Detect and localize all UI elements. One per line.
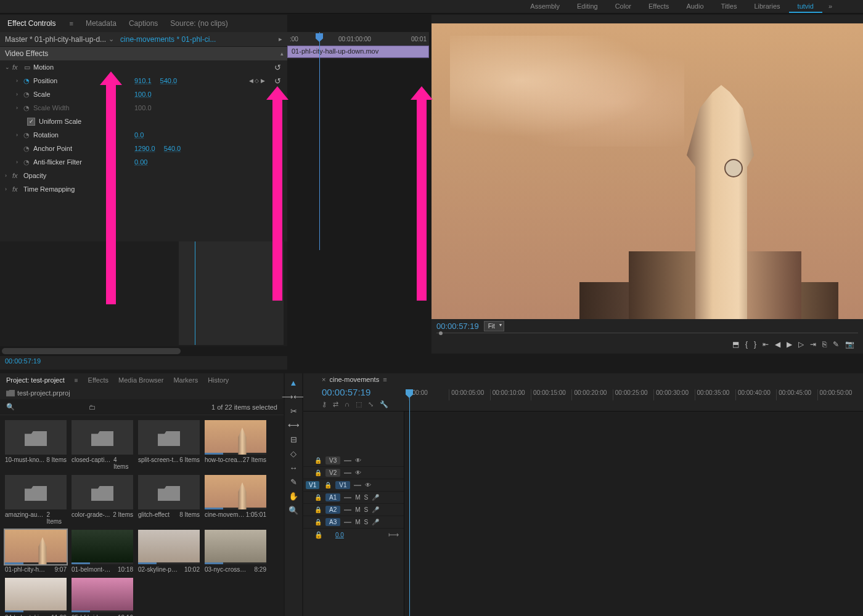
play-icon[interactable]: ▸ — [279, 35, 282, 43]
ws-libraries[interactable]: Libraries — [745, 0, 788, 13]
bin-item[interactable]: glitch-effect8 Items — [138, 475, 200, 525]
motion-box-icon[interactable]: ▭ — [22, 63, 32, 71]
scrub-bar[interactable] — [5, 562, 67, 564]
bin-thumb[interactable] — [205, 420, 266, 455]
ec-playhead[interactable] — [195, 241, 195, 345]
twisty-icon[interactable]: ⌄ — [5, 64, 12, 70]
bin-thumb[interactable] — [5, 530, 67, 564]
fx-badge-icon[interactable]: fx — [12, 185, 22, 193]
antiflicker-value[interactable]: 0.00 — [134, 158, 147, 166]
stopwatch-icon[interactable]: ◔ — [23, 77, 30, 85]
ec-scrollbar[interactable] — [0, 346, 287, 356]
track-tag[interactable]: A2 — [325, 506, 340, 514]
master-db[interactable]: 0.0 — [335, 532, 344, 538]
rect-tool[interactable]: ↔ — [290, 463, 298, 472]
lock-icon[interactable]: 🔒 — [314, 457, 322, 464]
track-tag[interactable]: A3 — [325, 518, 340, 526]
stopwatch-icon[interactable]: ◔ — [23, 131, 30, 139]
twisty-icon[interactable]: › — [5, 172, 12, 179]
scrub-bar[interactable] — [72, 610, 133, 612]
lock-icon[interactable]: 🔒 — [314, 494, 322, 501]
bin-item[interactable]: 02-skyline-phl...10:02 — [138, 530, 200, 573]
seq-menu-icon[interactable]: ≡ — [383, 376, 387, 383]
lock-icon[interactable]: 🔒 — [314, 506, 322, 513]
hand-tool[interactable]: ✋ — [288, 492, 298, 501]
master-track[interactable]: 🔒0.0⟼ — [303, 529, 404, 541]
scrub-bar[interactable] — [205, 453, 266, 455]
mic-icon[interactable]: 🎤 — [372, 506, 379, 513]
tab-history[interactable]: History — [208, 376, 229, 384]
keyframe-nav[interactable]: ◀ ◇ ▶ — [249, 78, 265, 84]
tab-metadata[interactable]: Metadata — [86, 19, 117, 28]
mute-icon[interactable]: M — [355, 494, 360, 501]
marker-button[interactable]: ⬒ — [732, 340, 739, 349]
lock-icon[interactable]: 🔒 — [314, 531, 323, 539]
pen-tool[interactable]: ◇ — [290, 449, 297, 458]
marker-icon[interactable]: ∩ — [345, 400, 350, 408]
solo-icon[interactable]: S — [364, 506, 369, 513]
toggle-icon[interactable] — [344, 497, 351, 498]
ec-master-clip[interactable]: Master * 01-phl-city-hall-up-d... — [5, 35, 106, 44]
motion-effect-row[interactable]: ⌄ fx ▭ Motion ↺ — [0, 60, 287, 74]
bin-thumb[interactable] — [72, 475, 133, 509]
solo-icon[interactable]: S — [364, 494, 369, 501]
opacity-effect-row[interactable]: › fx Opacity ↺ — [0, 169, 287, 182]
bin-item[interactable]: 03-nyc-crosswal...8:29 — [205, 530, 266, 573]
toggle-icon[interactable] — [354, 485, 361, 486]
bin-item[interactable]: amazing-audi...2 Items — [5, 475, 67, 525]
position-y[interactable]: 540.0 — [160, 77, 178, 84]
twisty-icon[interactable]: › — [16, 91, 23, 97]
extract-button[interactable]: ✎ — [833, 340, 839, 349]
track-v2[interactable]: 🔒V2👁 — [303, 467, 404, 479]
lock-icon[interactable]: 🔒 — [314, 469, 322, 476]
stopwatch-icon[interactable]: ◔ — [23, 158, 30, 166]
twisty-icon[interactable]: › — [16, 78, 23, 84]
scrub-bar[interactable] — [72, 562, 133, 564]
mute-icon[interactable]: M — [355, 506, 360, 513]
stopwatch-icon[interactable]: ◔ — [23, 91, 30, 99]
bin-thumb[interactable] — [138, 530, 200, 564]
program-scrubber[interactable] — [436, 333, 858, 336]
ec-mini-ruler[interactable]: :00 00:01:00:00 00:01 — [287, 32, 429, 46]
chevron-down-icon[interactable]: ⌄ — [108, 35, 114, 43]
source-patch[interactable]: V1 — [306, 481, 319, 489]
sequence-tab[interactable]: × cine-movements ≡ — [303, 373, 863, 386]
ws-overflow-icon[interactable]: » — [822, 0, 838, 13]
track-v3[interactable]: 🔒V3👁 — [303, 455, 404, 467]
wrench-icon[interactable]: ⤡ — [368, 400, 374, 408]
bin-item[interactable]: 01-belmont-sli...10:18 — [72, 530, 133, 573]
ec-mini-playhead[interactable] — [319, 32, 320, 250]
tab-media-browser[interactable]: Media Browser — [118, 376, 163, 384]
export-frame-button[interactable]: 📷 — [845, 340, 854, 349]
close-seq-icon[interactable]: × — [322, 376, 325, 383]
ws-titles[interactable]: Titles — [713, 0, 746, 13]
uniform-scale-checkbox[interactable]: ✓ — [27, 118, 35, 126]
twisty-icon[interactable]: › — [5, 186, 12, 192]
track-tag[interactable]: V3 — [325, 456, 340, 464]
bin-item[interactable]: 10-must-kno...8 Items — [5, 420, 67, 470]
bin-thumb[interactable] — [5, 578, 67, 612]
play-button[interactable]: ▶ — [787, 340, 792, 349]
tab-source[interactable]: Source: (no clips) — [170, 19, 227, 28]
track-a3[interactable]: 🔒A3MS🎤 — [303, 516, 404, 529]
ec-timecode[interactable]: 00:00:57:19 — [5, 357, 41, 365]
project-file-row[interactable]: test-project.prproj — [0, 387, 284, 399]
type-tool[interactable]: ✎ — [290, 477, 297, 487]
track-select-tool[interactable]: ⟶⟵ — [282, 392, 305, 402]
bin-thumb[interactable] — [138, 420, 200, 455]
slip-tool[interactable]: ⊟ — [290, 435, 297, 444]
bin-item[interactable]: cine-moveme...1:05:01 — [205, 475, 266, 525]
bin-thumb[interactable] — [72, 530, 133, 564]
razor-tool[interactable]: ⟷ — [288, 421, 300, 430]
timeremap-effect-row[interactable]: › fx Time Remapping — [0, 182, 287, 196]
track-tag[interactable]: A1 — [325, 493, 340, 501]
solo-icon[interactable]: S — [364, 519, 369, 525]
ws-effects[interactable]: Effects — [640, 0, 677, 13]
scrub-bar[interactable] — [5, 610, 67, 612]
program-viewer[interactable] — [432, 23, 863, 319]
lock-icon[interactable]: 🔒 — [324, 482, 332, 488]
timeline-timecode[interactable]: 00:00:57:19 — [322, 387, 370, 397]
wrench2-icon[interactable]: 🔧 — [380, 400, 388, 408]
track-tag[interactable]: V2 — [325, 469, 340, 477]
ws-color[interactable]: Color — [607, 0, 640, 13]
